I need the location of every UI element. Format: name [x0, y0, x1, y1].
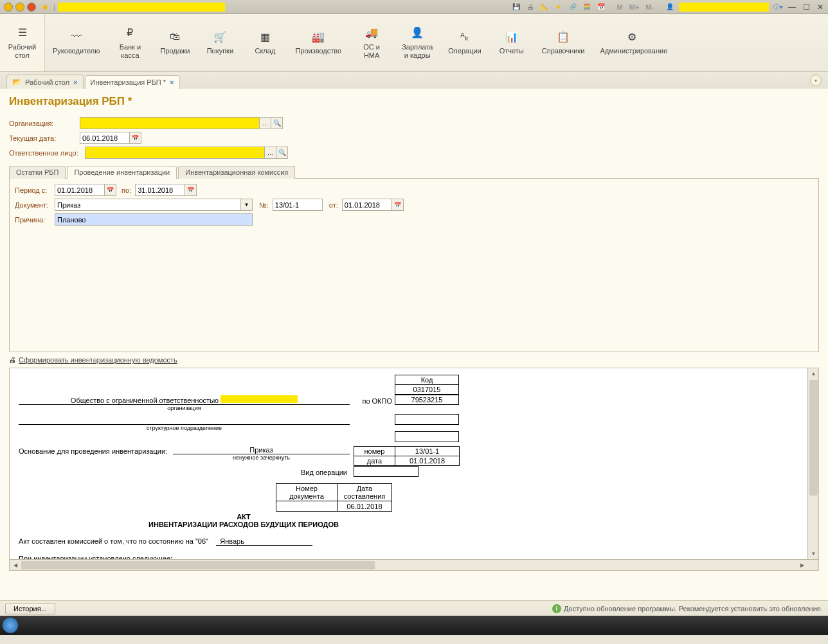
info-icon[interactable]: ⓘ▾ [773, 2, 783, 12]
resp-input[interactable] [85, 147, 265, 159]
subtab-inventory[interactable]: Проведение инвентаризации [67, 166, 177, 179]
rpt-date-label: дата [354, 456, 395, 466]
toolbar-item-5[interactable]: ▦Склад [242, 14, 287, 71]
document-tabs: 📂 Рабочий стол × Инвентаризация РБП * × … [0, 72, 828, 89]
calendar-icon[interactable]: 📅 [596, 2, 606, 12]
tab-desktop[interactable]: 📂 Рабочий стол × [6, 75, 84, 89]
calendar-icon[interactable]: 📅 [392, 199, 404, 211]
print-icon[interactable]: 🖨 [525, 2, 536, 12]
toolbar-label: Операции [448, 47, 481, 55]
form-code: 0317015 [395, 385, 459, 395]
docnum-label: Номер документа [276, 484, 338, 501]
subtab-commission[interactable]: Инвентаризационная комиссия [178, 166, 295, 179]
rpt-date: 01.01.2018 [395, 456, 460, 466]
mminus-btn[interactable]: M- [644, 3, 655, 11]
history-button[interactable]: История... [5, 603, 55, 614]
calendar-icon[interactable]: 📅 [130, 132, 141, 144]
tab-label: Инвентаризация РБП * [91, 78, 166, 86]
act-label: АКТ [19, 513, 469, 521]
close-button[interactable]: ✕ [815, 3, 825, 12]
curdate-input[interactable] [80, 132, 130, 144]
toolbar-icon: 🏭 [312, 30, 325, 43]
toolbar-icon: ₽ [123, 26, 136, 39]
reason-input[interactable] [55, 213, 253, 226]
start-button[interactable] [3, 618, 18, 633]
period-to-input[interactable] [135, 184, 185, 196]
org-input[interactable] [80, 117, 260, 129]
tab-inventory[interactable]: Инвентаризация РБП * × [85, 75, 180, 89]
divider: | [53, 3, 55, 11]
search-icon[interactable]: 🔍 [276, 147, 288, 159]
print-icon: 🖨 [9, 356, 16, 364]
content-area: Инвентаризация РБП * Организация: … 🔍 Те… [0, 89, 828, 600]
period-to-label: по: [122, 186, 131, 194]
desktop-icon: 📂 [12, 78, 21, 86]
toolbar-item-8[interactable]: 👤Зарплатаи кадры [394, 14, 440, 71]
reason-label: Причина: [15, 216, 51, 224]
toolbar-icon: ☰ [16, 26, 29, 39]
toolbar-item-12[interactable]: ⚙Администрирование [592, 14, 672, 71]
calendar-icon[interactable]: 📅 [105, 184, 116, 196]
close-icon[interactable]: × [73, 78, 77, 86]
ellipsis-button[interactable]: … [260, 117, 271, 129]
doc-label: Документ: [15, 201, 51, 209]
toolbar-icon: 📊 [505, 30, 518, 43]
toolbar-item-2[interactable]: ₽Банк икасса [107, 14, 152, 71]
save-icon[interactable]: 💾 [511, 2, 521, 12]
star-icon[interactable]: ★ [554, 2, 564, 12]
toolbar-item-6[interactable]: 🏭Производство [287, 14, 349, 71]
toolbar-icon: 🛍 [168, 30, 181, 43]
toolbar-icon: 🚚 [365, 26, 378, 39]
rpt-num-label: номер [354, 447, 395, 456]
link-icon[interactable]: 🔗 [568, 2, 578, 12]
curdate-label: Текущая дата: [9, 134, 80, 142]
link-label: Сформировать инвентаризационную ведомост… [19, 356, 177, 364]
m-btn[interactable]: M [616, 3, 624, 11]
doc-input[interactable] [55, 199, 241, 211]
calendar-icon[interactable]: 📅 [185, 184, 197, 196]
from-date-input[interactable] [342, 199, 392, 211]
dropdown-icon[interactable]: ▼ [241, 199, 253, 211]
window-title-redacted [58, 3, 225, 12]
app-icon [4, 3, 13, 12]
num-input[interactable] [273, 199, 323, 211]
close-icon[interactable]: × [170, 78, 174, 86]
toolbar-item-9[interactable]: ᴬₖОперации [440, 14, 489, 71]
vertical-scrollbar[interactable]: ▲ ▼ [807, 368, 818, 559]
maximize-button[interactable]: ☐ [801, 3, 811, 12]
divider: | [659, 3, 661, 11]
toolbar-label: Зарплатаи кадры [402, 43, 433, 60]
from-label: от: [329, 201, 338, 209]
toolbar-item-0[interactable]: ☰Рабочийстол [0, 14, 45, 71]
toolbar-item-10[interactable]: 📊Отчеты [489, 14, 534, 71]
subtab-balances[interactable]: Остатки РБП [9, 166, 66, 179]
collapse-button[interactable]: ▾ [810, 75, 822, 86]
commission-text: Акт составлен комиссией о том, что по со… [19, 537, 208, 545]
toolbar-label: Банк икасса [120, 43, 141, 60]
docdate-label: Дата составления [338, 484, 392, 501]
toolbar-item-3[interactable]: 🛍Продажи [152, 14, 197, 71]
user-name-redacted [679, 3, 769, 12]
nav-back[interactable] [15, 3, 24, 12]
tool-icon[interactable]: 📐 [539, 2, 550, 12]
favorite-icon[interactable]: ★ [41, 2, 50, 12]
horizontal-scrollbar[interactable]: ◀ ▶ [10, 559, 818, 570]
mplus-btn[interactable]: M+ [628, 3, 641, 11]
toolbar-icon: 🛒 [213, 30, 226, 43]
main-toolbar: ☰Рабочийстол〰Руководителю₽Банк икасса🛍Пр… [0, 14, 828, 72]
calc-icon[interactable]: 🧮 [582, 2, 592, 12]
nav-forward[interactable] [27, 3, 36, 12]
generate-report-link[interactable]: 🖨 Сформировать инвентаризационную ведомо… [9, 356, 819, 364]
struct-caption: структурное подразделение [19, 425, 350, 431]
ellipsis-button[interactable]: … [265, 147, 276, 159]
org-label: Организация: [9, 120, 80, 127]
toolbar-item-7[interactable]: 🚚ОС иНМА [349, 14, 394, 71]
toolbar-item-11[interactable]: 📋Справочники [534, 14, 593, 71]
toolbar-icon: 📋 [557, 30, 570, 43]
period-from-input[interactable] [55, 184, 105, 196]
minimize-button[interactable]: — [787, 3, 797, 12]
toolbar-label: Производство [295, 47, 341, 55]
toolbar-item-4[interactable]: 🛒Покупки [197, 14, 242, 71]
search-icon[interactable]: 🔍 [271, 117, 283, 129]
toolbar-item-1[interactable]: 〰Руководителю [45, 14, 107, 71]
